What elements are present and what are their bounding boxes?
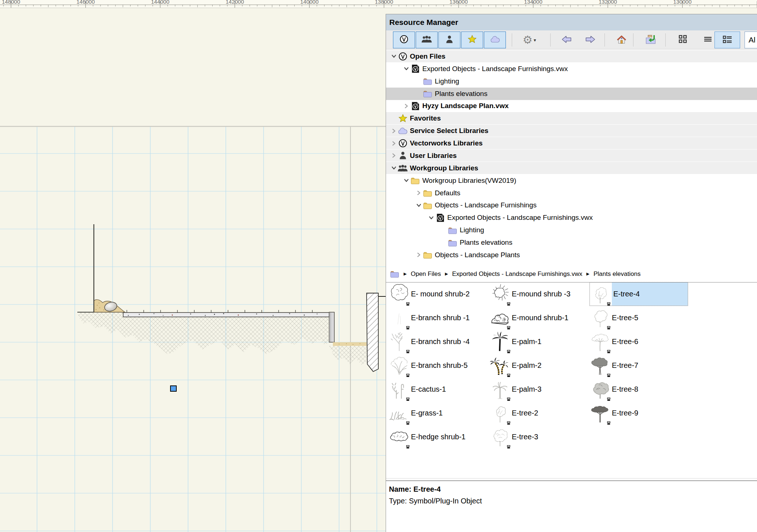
tree-item-hyzy-landscape-plan-vwx[interactable]: Hyzy Landscape Plan.vwx: [386, 100, 757, 112]
home-button[interactable]: [610, 32, 632, 48]
group-icon: [422, 35, 432, 45]
forward-button[interactable]: [579, 32, 601, 48]
import-button[interactable]: [640, 32, 662, 48]
tree-item-user-libraries[interactable]: User Libraries: [386, 149, 757, 162]
folder-icon: [390, 270, 400, 278]
tree-item-favorites[interactable]: Favorites: [386, 112, 757, 125]
tree-item-workgroup-libraries[interactable]: Workgroup Libraries: [386, 162, 757, 174]
folder-yellow-icon: [423, 201, 433, 210]
resource-item-e-tree-7[interactable]: E-tree-7: [590, 354, 688, 377]
tree-item-label: Service Select Libraries: [410, 127, 488, 135]
vwxfile-icon: [410, 64, 420, 73]
svg-text:138000: 138000: [375, 0, 393, 5]
tree-item-vectorworks-libraries[interactable]: Vectorworks Libraries: [386, 137, 757, 149]
breadcrumb-item[interactable]: Plants elevations: [594, 270, 641, 278]
sand-strip: [333, 342, 367, 346]
cloud-filter-button[interactable]: [484, 32, 506, 48]
chevron-down-icon[interactable]: [404, 66, 409, 71]
resource-item-e-tree-4[interactable]: E-tree-4: [590, 282, 688, 306]
cloud-icon: [490, 36, 500, 44]
user-filter-button[interactable]: [438, 32, 460, 48]
tree-item-objects-landscape-plants[interactable]: Objects - Landscape Plants: [386, 249, 757, 261]
star-icon: [468, 35, 477, 45]
chevron-right-icon[interactable]: [391, 128, 397, 134]
chevron-right-icon[interactable]: [391, 141, 397, 146]
tree-item-label: Workgroup Libraries(VW2019): [422, 177, 516, 185]
settings-button[interactable]: ⚙▾: [517, 32, 542, 48]
chevron-down-icon[interactable]: [404, 178, 409, 183]
resource-item-label: E-tree-5: [612, 306, 688, 329]
resource-item-e-tree-8[interactable]: E-tree-8: [590, 378, 688, 401]
resource-item-e-palm-2[interactable]: E-palm-2: [490, 354, 588, 377]
resource-item-e-branch-shrub-4[interactable]: E-branch shrub -4: [389, 330, 487, 353]
resource-item-label: E-hedge shrub-1: [411, 425, 487, 448]
chevron-right-icon[interactable]: [416, 190, 422, 196]
detail-view-button[interactable]: [714, 32, 740, 48]
tree-item-label: Vectorworks Libraries: [410, 139, 483, 147]
resource-item-label: E- mound shrub-2: [411, 282, 487, 306]
resource-item-e-tree-5[interactable]: E-tree-5: [590, 306, 688, 329]
tree-item-lighting[interactable]: Lighting: [386, 224, 757, 236]
selection-handle[interactable]: [170, 386, 176, 391]
tree-item-open-files[interactable]: Open Files: [386, 50, 757, 63]
vectorworks-filter-button[interactable]: [393, 32, 415, 48]
svg-text:148000: 148000: [2, 0, 20, 5]
tree-item-workgroup-libraries-vw2019[interactable]: Workgroup Libraries(VW2019): [386, 174, 757, 187]
chevron-down-icon[interactable]: [429, 215, 434, 221]
tree-item-plants-elevations[interactable]: Plants elevations: [386, 88, 757, 100]
symbol-badge-icon: [607, 396, 610, 400]
tree-item-plants-elevations[interactable]: Plants elevations: [386, 236, 757, 249]
tree-item-objects-landscape-furnishings[interactable]: Objects - Landscape Furnishings: [386, 199, 757, 212]
tree-item-exported-objects-landscape-furnishings-vwx[interactable]: Exported Objects - Landscape Furnishings…: [386, 63, 757, 75]
toolbar-separator: [605, 33, 605, 47]
resource-item-e-tree-3[interactable]: E-tree-3: [490, 425, 588, 448]
chevron-down-icon[interactable]: [391, 53, 397, 59]
breadcrumb-item[interactable]: Exported Objects - Landscape Furnishings…: [452, 270, 582, 278]
resource-item-e-palm-1[interactable]: E-palm-1: [490, 330, 588, 353]
symbol-badge-icon: [507, 420, 510, 424]
browser-info-divider[interactable]: [386, 477, 757, 482]
chevron-right-icon[interactable]: [404, 103, 409, 109]
tree-item-service-select-libraries[interactable]: Service Select Libraries: [386, 125, 757, 137]
resource-item-e-mound-shrub-1[interactable]: E-mound shrub-1: [490, 306, 588, 329]
resource-item-e-hedge-shrub-1[interactable]: E-hedge shrub-1: [389, 425, 487, 448]
resource-item-e-grass-1[interactable]: E-grass-1: [389, 402, 487, 425]
favorites-filter-button[interactable]: [461, 32, 483, 48]
resource-item-e-mound-shrub-3[interactable]: E-mound shrub -3: [490, 282, 588, 306]
chevron-right-icon[interactable]: [391, 153, 397, 158]
vwxfile-icon: [435, 213, 445, 222]
resource-item-e-mound-shrub-2[interactable]: E- mound shrub-2: [389, 282, 487, 306]
tree-item-label: Open Files: [410, 52, 445, 60]
back-button[interactable]: [555, 32, 577, 48]
symbol-badge-icon: [406, 420, 409, 424]
resource-browser: E- mound shrub-2E-mound shrub -3E-tree-4…: [386, 282, 757, 477]
tree-item-label: User Libraries: [410, 152, 457, 160]
chevron-down-icon[interactable]: [416, 203, 422, 208]
gear-icon: ⚙: [523, 34, 533, 45]
resource-item-e-branch-shrub-5[interactable]: E-branch shrub-5: [389, 354, 487, 377]
resource-filter-dropdown[interactable]: Al: [745, 32, 757, 48]
tree-item-exported-objects-landscape-furnishings-vwx[interactable]: Exported Objects - Landscape Furnishings…: [386, 211, 757, 224]
resource-item-e-palm-3[interactable]: E-palm-3: [490, 378, 588, 401]
breadcrumb-item[interactable]: Open Files: [411, 270, 441, 278]
tree-item-label: Favorites: [410, 114, 441, 122]
folder-blue-icon: [448, 226, 457, 234]
drawing-canvas[interactable]: [0, 0, 387, 532]
resource-item-label: E-palm-3: [512, 378, 588, 401]
chevron-right-icon[interactable]: [416, 252, 422, 258]
resource-item-e-tree-6[interactable]: E-tree-6: [590, 330, 688, 353]
tree-item-defaults[interactable]: Defaults: [386, 187, 757, 199]
resource-item-label: E-mound shrub -3: [512, 282, 588, 306]
thumbnail-view-button[interactable]: [672, 32, 694, 48]
resource-item-e-branch-shrub-1[interactable]: E-branch shrub -1: [389, 306, 487, 329]
resource-item-label: E-branch shrub-5: [411, 354, 487, 377]
resource-item-label: E-tree-3: [512, 425, 588, 448]
chevron-down-icon[interactable]: [391, 165, 397, 171]
toolbar-separator: [550, 33, 551, 47]
workgroup-filter-button[interactable]: [416, 32, 438, 48]
retaining-wall: [367, 293, 378, 372]
resource-item-e-cactus-1[interactable]: E-cactus-1: [389, 378, 487, 401]
tree-item-lighting[interactable]: Lighting: [386, 75, 757, 88]
resource-item-e-tree-2[interactable]: E-tree-2: [490, 402, 588, 425]
resource-item-e-tree-9[interactable]: E-tree-9: [590, 402, 688, 425]
